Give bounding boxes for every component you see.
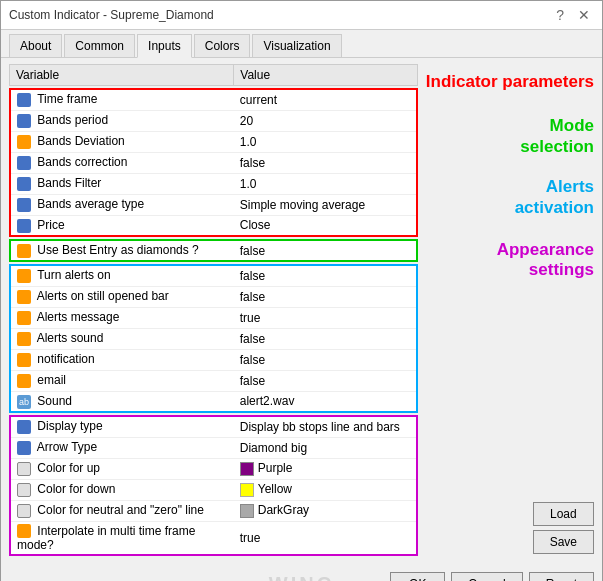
table-row[interactable]: Arrow Type Diamond big [10,437,417,458]
table-row[interactable]: Display type Display bb stops line and b… [10,416,417,437]
table-row[interactable]: ab Sound alert2.wav [10,391,417,412]
param-value: 1.0 [234,131,417,152]
table-row[interactable]: Color for neutral and "zero" line DarkGr… [10,500,417,521]
table-row[interactable]: Bands period 20 [10,110,417,131]
param-icon [17,332,31,346]
param-icon: ab [17,395,31,409]
indicator-label: Indicator parameters [426,72,594,92]
param-icon [17,290,31,304]
param-name: Bands correction [37,155,127,169]
param-name: Alerts message [37,310,120,324]
appearance-group-table: Display type Display bb stops line and b… [9,415,418,556]
param-name: Color for neutral and "zero" line [37,503,204,517]
param-icon [17,441,31,455]
param-name: Bands period [37,113,108,127]
color-icon [17,462,31,476]
param-icon [17,420,31,434]
param-name: Bands average type [37,197,144,211]
param-value: false [234,349,417,370]
param-value: false [234,286,417,307]
tab-colors[interactable]: Colors [194,34,251,57]
param-name: Price [37,218,64,232]
param-value: alert2.wav [234,391,417,412]
param-value: Diamond big [234,437,417,458]
tab-about[interactable]: About [9,34,62,57]
param-value: false [234,370,417,391]
param-name: Alerts sound [37,331,104,345]
alerts-label: Alertsactivation [426,177,594,218]
col-variable: Variable [10,65,234,86]
param-icon [17,156,31,170]
color-swatch-purple [240,462,254,476]
param-value: Display bb stops line and bars [234,416,417,437]
title-controls: ? ✕ [552,7,594,23]
tab-bar: About Common Inputs Colors Visualization [1,30,602,57]
tab-common[interactable]: Common [64,34,135,57]
table-row[interactable]: email false [10,370,417,391]
save-button[interactable]: Save [533,530,594,554]
param-name: Time frame [37,92,97,106]
alerts-group-table: Turn alerts on false Alerts on still ope… [9,264,418,413]
table-row[interactable]: notification false [10,349,417,370]
help-button[interactable]: ? [552,7,568,23]
param-name: Bands Deviation [37,134,124,148]
table-row[interactable]: Bands average type Simple moving average [10,194,417,215]
table-row[interactable]: Use Best Entry as diamonds ? false [10,240,417,261]
param-value: DarkGray [234,500,417,521]
mode-group-table: Use Best Entry as diamonds ? false [9,239,418,262]
param-name: Bands Filter [37,176,101,190]
param-icon [17,93,31,107]
table-row[interactable]: Alerts sound false [10,328,417,349]
param-name: Use Best Entry as diamonds ? [37,243,198,257]
param-icon [17,524,31,538]
param-value: true [234,521,417,555]
param-value: Yellow [234,479,417,500]
param-name: Color for down [37,482,115,496]
param-name: Arrow Type [37,440,97,454]
color-swatch-yellow [240,483,254,497]
param-name: Turn alerts on [37,268,111,282]
table-row[interactable]: Price Close [10,215,417,236]
table-row[interactable]: Bands Deviation 1.0 [10,131,417,152]
param-name: email [37,373,66,387]
param-value: false [234,328,417,349]
title-bar: Custom Indicator - Supreme_Diamond ? ✕ [1,1,602,30]
table-row[interactable]: Color for down Yellow [10,479,417,500]
param-icon [17,198,31,212]
param-value: false [234,152,417,173]
table-row[interactable]: Bands correction false [10,152,417,173]
param-value: true [234,307,417,328]
table-row[interactable]: Time frame current [10,89,417,110]
tab-inputs[interactable]: Inputs [137,34,192,58]
cancel-button[interactable]: Cancel [451,572,522,581]
watermark: WINC [269,573,334,581]
color-icon [17,483,31,497]
param-value: 20 [234,110,417,131]
close-button[interactable]: ✕ [574,7,594,23]
table-row[interactable]: Bands Filter 1.0 [10,173,417,194]
param-icon [17,374,31,388]
content-area: Variable Value Time frame current [1,57,602,568]
table-row[interactable]: Turn alerts on false [10,265,417,286]
param-value: Purple [234,458,417,479]
main-window: Custom Indicator - Supreme_Diamond ? ✕ A… [0,0,603,581]
table-row[interactable]: Alerts on still opened bar false [10,286,417,307]
param-name: Sound [37,394,72,408]
table-row[interactable]: Color for up Purple [10,458,417,479]
appearance-label: Appearancesettings [426,240,594,281]
param-name: Interpolate in multi time frame mode? [17,524,195,553]
tab-visualization[interactable]: Visualization [252,34,341,57]
param-value: false [234,265,417,286]
indicator-group-table: Time frame current Bands period 20 Bands… [9,88,418,237]
param-value: Simple moving average [234,194,417,215]
ok-button[interactable]: OK [390,572,445,581]
param-icon [17,311,31,325]
mode-label: Modeselection [426,116,594,157]
param-value: current [234,89,417,110]
param-name: notification [37,352,94,366]
reset-button[interactable]: Reset [529,572,594,581]
table-row[interactable]: Alerts message true [10,307,417,328]
load-button[interactable]: Load [533,502,594,526]
param-value: Close [234,215,417,236]
table-row[interactable]: Interpolate in multi time frame mode? tr… [10,521,417,555]
